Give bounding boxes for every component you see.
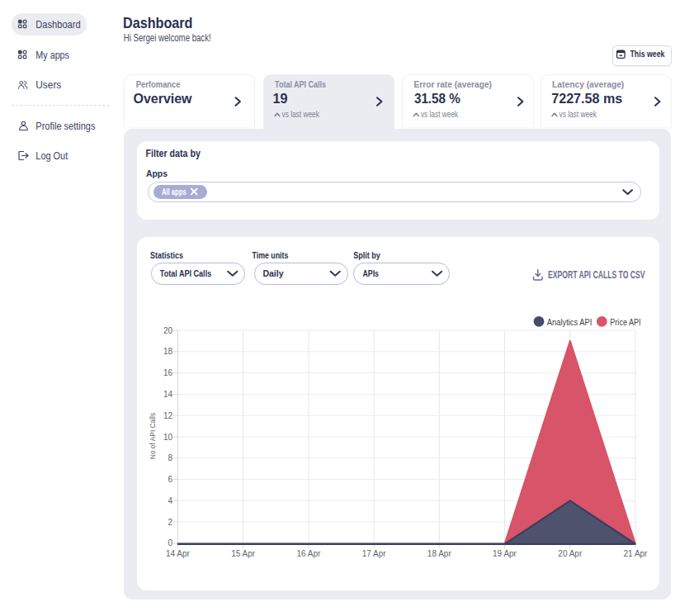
svg-text:Dashboard: Dashboard [123, 14, 193, 31]
svg-text:My apps: My apps [35, 49, 69, 61]
svg-text:Profile settings: Profile settings [35, 120, 96, 132]
svg-text:Log Out: Log Out [35, 149, 68, 162]
svg-text:Users: Users [35, 78, 61, 91]
svg-text:Hi Sergei welcome back!: Hi Sergei welcome back! [124, 32, 211, 44]
